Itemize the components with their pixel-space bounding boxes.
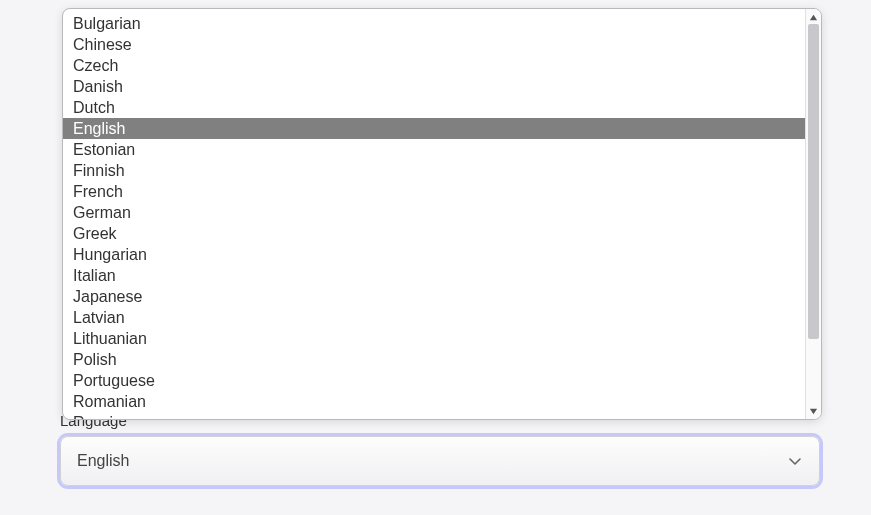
language-option[interactable]: Chinese bbox=[63, 34, 805, 55]
svg-marker-1 bbox=[810, 408, 817, 413]
language-option[interactable]: French bbox=[63, 181, 805, 202]
language-option[interactable]: Japanese bbox=[63, 286, 805, 307]
language-option[interactable]: Polish bbox=[63, 349, 805, 370]
language-option[interactable]: English bbox=[63, 118, 805, 139]
language-option[interactable]: Romanian bbox=[63, 391, 805, 412]
language-option[interactable]: Lithuanian bbox=[63, 328, 805, 349]
scroll-thumb[interactable] bbox=[808, 24, 819, 339]
scroll-track[interactable] bbox=[806, 24, 821, 404]
scroll-up-arrow[interactable] bbox=[807, 10, 821, 24]
chevron-down-icon bbox=[787, 453, 803, 469]
language-option[interactable]: Dutch bbox=[63, 97, 805, 118]
language-select[interactable]: English bbox=[60, 436, 820, 486]
language-dropdown[interactable]: BulgarianChineseCzechDanishDutchEnglishE… bbox=[62, 8, 822, 420]
language-option[interactable]: Hungarian bbox=[63, 244, 805, 265]
language-option[interactable]: Greek bbox=[63, 223, 805, 244]
language-option[interactable]: Estonian bbox=[63, 139, 805, 160]
language-listbox[interactable]: BulgarianChineseCzechDanishDutchEnglishE… bbox=[63, 9, 805, 419]
language-option[interactable]: Danish bbox=[63, 76, 805, 97]
language-option[interactable]: German bbox=[63, 202, 805, 223]
language-option[interactable]: Czech bbox=[63, 55, 805, 76]
svg-marker-0 bbox=[810, 14, 817, 19]
language-option[interactable]: Portuguese bbox=[63, 370, 805, 391]
scrollbar[interactable] bbox=[805, 9, 821, 419]
language-option[interactable]: Finnish bbox=[63, 160, 805, 181]
language-select-value: English bbox=[77, 452, 787, 470]
language-option[interactable]: Latvian bbox=[63, 307, 805, 328]
scroll-down-arrow[interactable] bbox=[807, 404, 821, 418]
language-option[interactable]: Russian bbox=[63, 412, 805, 419]
language-option[interactable]: Bulgarian bbox=[63, 13, 805, 34]
language-option[interactable]: Italian bbox=[63, 265, 805, 286]
